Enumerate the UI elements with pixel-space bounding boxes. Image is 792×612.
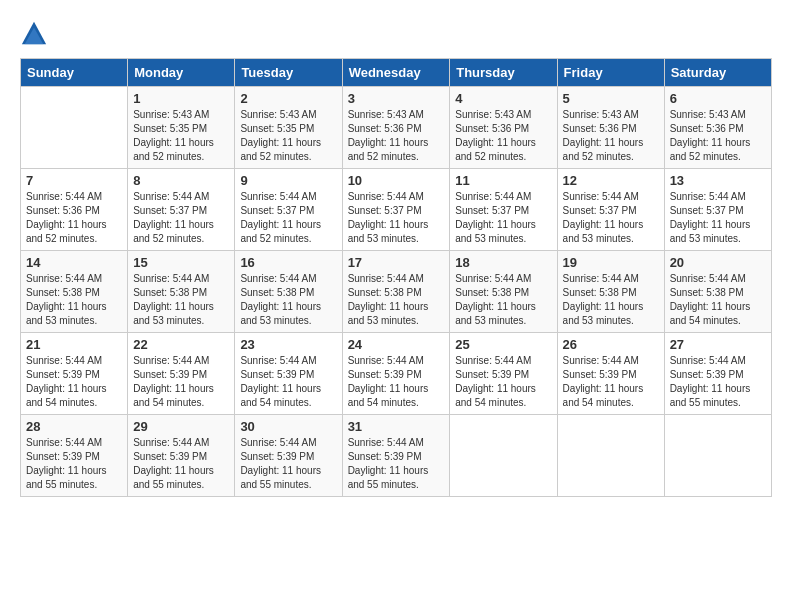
day-number: 12 [563, 173, 659, 188]
day-info: Sunrise: 5:44 AM Sunset: 5:39 PM Dayligh… [240, 354, 336, 410]
calendar-cell: 5Sunrise: 5:43 AM Sunset: 5:36 PM Daylig… [557, 87, 664, 169]
calendar-cell: 12Sunrise: 5:44 AM Sunset: 5:37 PM Dayli… [557, 169, 664, 251]
day-number: 20 [670, 255, 766, 270]
day-info: Sunrise: 5:43 AM Sunset: 5:36 PM Dayligh… [348, 108, 445, 164]
calendar-cell: 22Sunrise: 5:44 AM Sunset: 5:39 PM Dayli… [128, 333, 235, 415]
logo-icon [20, 20, 48, 48]
day-info: Sunrise: 5:44 AM Sunset: 5:37 PM Dayligh… [455, 190, 551, 246]
calendar-cell: 29Sunrise: 5:44 AM Sunset: 5:39 PM Dayli… [128, 415, 235, 497]
day-info: Sunrise: 5:43 AM Sunset: 5:35 PM Dayligh… [133, 108, 229, 164]
day-number: 9 [240, 173, 336, 188]
day-number: 3 [348, 91, 445, 106]
day-number: 25 [455, 337, 551, 352]
calendar-cell: 11Sunrise: 5:44 AM Sunset: 5:37 PM Dayli… [450, 169, 557, 251]
day-info: Sunrise: 5:44 AM Sunset: 5:37 PM Dayligh… [348, 190, 445, 246]
day-info: Sunrise: 5:44 AM Sunset: 5:36 PM Dayligh… [26, 190, 122, 246]
calendar-week: 14Sunrise: 5:44 AM Sunset: 5:38 PM Dayli… [21, 251, 772, 333]
day-number: 23 [240, 337, 336, 352]
day-number: 16 [240, 255, 336, 270]
header-day: Wednesday [342, 59, 450, 87]
header-day: Friday [557, 59, 664, 87]
day-info: Sunrise: 5:43 AM Sunset: 5:35 PM Dayligh… [240, 108, 336, 164]
day-info: Sunrise: 5:44 AM Sunset: 5:37 PM Dayligh… [133, 190, 229, 246]
header-day: Monday [128, 59, 235, 87]
calendar-cell: 16Sunrise: 5:44 AM Sunset: 5:38 PM Dayli… [235, 251, 342, 333]
calendar-cell: 8Sunrise: 5:44 AM Sunset: 5:37 PM Daylig… [128, 169, 235, 251]
day-info: Sunrise: 5:44 AM Sunset: 5:38 PM Dayligh… [670, 272, 766, 328]
calendar-cell: 23Sunrise: 5:44 AM Sunset: 5:39 PM Dayli… [235, 333, 342, 415]
day-number: 30 [240, 419, 336, 434]
calendar-cell: 19Sunrise: 5:44 AM Sunset: 5:38 PM Dayli… [557, 251, 664, 333]
day-number: 22 [133, 337, 229, 352]
day-info: Sunrise: 5:44 AM Sunset: 5:39 PM Dayligh… [133, 436, 229, 492]
day-number: 27 [670, 337, 766, 352]
day-info: Sunrise: 5:44 AM Sunset: 5:37 PM Dayligh… [240, 190, 336, 246]
day-info: Sunrise: 5:44 AM Sunset: 5:38 PM Dayligh… [348, 272, 445, 328]
day-info: Sunrise: 5:44 AM Sunset: 5:39 PM Dayligh… [563, 354, 659, 410]
calendar-cell: 18Sunrise: 5:44 AM Sunset: 5:38 PM Dayli… [450, 251, 557, 333]
day-info: Sunrise: 5:44 AM Sunset: 5:38 PM Dayligh… [563, 272, 659, 328]
day-number: 10 [348, 173, 445, 188]
day-number: 28 [26, 419, 122, 434]
calendar-cell: 4Sunrise: 5:43 AM Sunset: 5:36 PM Daylig… [450, 87, 557, 169]
calendar-week: 7Sunrise: 5:44 AM Sunset: 5:36 PM Daylig… [21, 169, 772, 251]
day-number: 8 [133, 173, 229, 188]
calendar-cell: 24Sunrise: 5:44 AM Sunset: 5:39 PM Dayli… [342, 333, 450, 415]
calendar-cell [21, 87, 128, 169]
calendar-body: 1Sunrise: 5:43 AM Sunset: 5:35 PM Daylig… [21, 87, 772, 497]
day-info: Sunrise: 5:43 AM Sunset: 5:36 PM Dayligh… [670, 108, 766, 164]
calendar-cell: 3Sunrise: 5:43 AM Sunset: 5:36 PM Daylig… [342, 87, 450, 169]
header-row: SundayMondayTuesdayWednesdayThursdayFrid… [21, 59, 772, 87]
calendar-cell: 1Sunrise: 5:43 AM Sunset: 5:35 PM Daylig… [128, 87, 235, 169]
calendar-cell: 30Sunrise: 5:44 AM Sunset: 5:39 PM Dayli… [235, 415, 342, 497]
day-number: 4 [455, 91, 551, 106]
day-number: 6 [670, 91, 766, 106]
day-info: Sunrise: 5:44 AM Sunset: 5:37 PM Dayligh… [670, 190, 766, 246]
calendar-cell: 26Sunrise: 5:44 AM Sunset: 5:39 PM Dayli… [557, 333, 664, 415]
day-number: 5 [563, 91, 659, 106]
calendar-cell: 7Sunrise: 5:44 AM Sunset: 5:36 PM Daylig… [21, 169, 128, 251]
calendar-cell: 25Sunrise: 5:44 AM Sunset: 5:39 PM Dayli… [450, 333, 557, 415]
day-info: Sunrise: 5:44 AM Sunset: 5:39 PM Dayligh… [670, 354, 766, 410]
day-number: 26 [563, 337, 659, 352]
calendar-cell: 10Sunrise: 5:44 AM Sunset: 5:37 PM Dayli… [342, 169, 450, 251]
calendar-cell [664, 415, 771, 497]
calendar-cell: 6Sunrise: 5:43 AM Sunset: 5:36 PM Daylig… [664, 87, 771, 169]
day-info: Sunrise: 5:44 AM Sunset: 5:37 PM Dayligh… [563, 190, 659, 246]
day-info: Sunrise: 5:44 AM Sunset: 5:39 PM Dayligh… [133, 354, 229, 410]
header-day: Saturday [664, 59, 771, 87]
day-number: 7 [26, 173, 122, 188]
header-day: Thursday [450, 59, 557, 87]
day-info: Sunrise: 5:44 AM Sunset: 5:39 PM Dayligh… [26, 436, 122, 492]
day-info: Sunrise: 5:44 AM Sunset: 5:38 PM Dayligh… [455, 272, 551, 328]
calendar-week: 21Sunrise: 5:44 AM Sunset: 5:39 PM Dayli… [21, 333, 772, 415]
day-info: Sunrise: 5:44 AM Sunset: 5:38 PM Dayligh… [26, 272, 122, 328]
calendar-week: 28Sunrise: 5:44 AM Sunset: 5:39 PM Dayli… [21, 415, 772, 497]
day-info: Sunrise: 5:44 AM Sunset: 5:38 PM Dayligh… [240, 272, 336, 328]
logo [20, 20, 52, 48]
calendar-cell: 13Sunrise: 5:44 AM Sunset: 5:37 PM Dayli… [664, 169, 771, 251]
day-number: 14 [26, 255, 122, 270]
calendar-cell: 9Sunrise: 5:44 AM Sunset: 5:37 PM Daylig… [235, 169, 342, 251]
day-info: Sunrise: 5:44 AM Sunset: 5:39 PM Dayligh… [240, 436, 336, 492]
day-number: 2 [240, 91, 336, 106]
calendar-header: SundayMondayTuesdayWednesdayThursdayFrid… [21, 59, 772, 87]
day-number: 21 [26, 337, 122, 352]
calendar-cell: 14Sunrise: 5:44 AM Sunset: 5:38 PM Dayli… [21, 251, 128, 333]
day-info: Sunrise: 5:44 AM Sunset: 5:39 PM Dayligh… [348, 354, 445, 410]
calendar-cell: 31Sunrise: 5:44 AM Sunset: 5:39 PM Dayli… [342, 415, 450, 497]
day-number: 19 [563, 255, 659, 270]
day-number: 1 [133, 91, 229, 106]
day-number: 29 [133, 419, 229, 434]
day-number: 13 [670, 173, 766, 188]
calendar-cell: 2Sunrise: 5:43 AM Sunset: 5:35 PM Daylig… [235, 87, 342, 169]
day-info: Sunrise: 5:43 AM Sunset: 5:36 PM Dayligh… [455, 108, 551, 164]
calendar-cell: 20Sunrise: 5:44 AM Sunset: 5:38 PM Dayli… [664, 251, 771, 333]
day-info: Sunrise: 5:44 AM Sunset: 5:38 PM Dayligh… [133, 272, 229, 328]
calendar-cell: 21Sunrise: 5:44 AM Sunset: 5:39 PM Dayli… [21, 333, 128, 415]
header-day: Sunday [21, 59, 128, 87]
calendar-cell: 15Sunrise: 5:44 AM Sunset: 5:38 PM Dayli… [128, 251, 235, 333]
calendar-cell: 17Sunrise: 5:44 AM Sunset: 5:38 PM Dayli… [342, 251, 450, 333]
day-number: 18 [455, 255, 551, 270]
calendar-cell [450, 415, 557, 497]
